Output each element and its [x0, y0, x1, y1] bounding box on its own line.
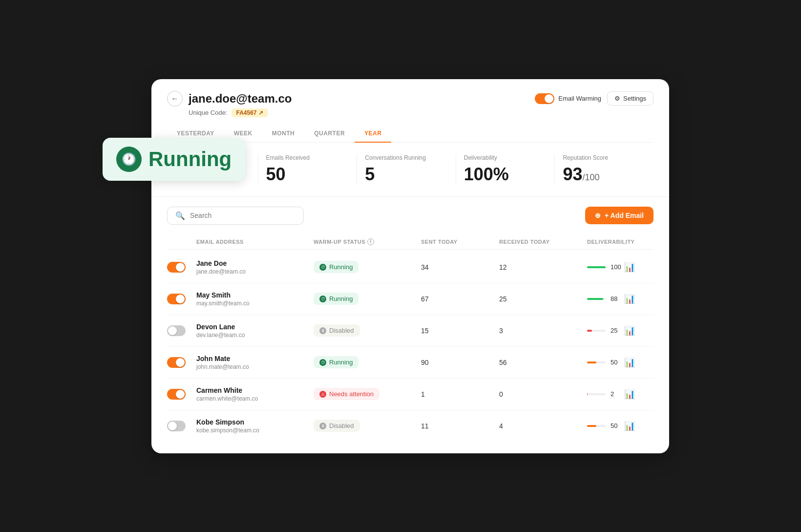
header-top: ← jane.doe@team.co Email Warming ⚙ Setti… [167, 91, 653, 106]
clock-icon: 🕐 [116, 147, 142, 172]
stat-value: 100% [464, 164, 547, 185]
status-badge-inner: ⏱ Running [314, 293, 358, 305]
stat-label: Deliverability [464, 154, 547, 161]
chart-icon[interactable]: 📊 [624, 294, 653, 304]
row-toggle[interactable] [167, 262, 186, 273]
status-badge: ⏱ Running [314, 261, 421, 273]
gear-icon: ⚙ [614, 95, 620, 102]
add-email-button[interactable]: ⊕ + Add Email [585, 207, 653, 224]
table-container: EMAIL ADDRESSWARM-UP STATUSiSENT TODAYRE… [151, 234, 669, 453]
deliverability-cell: 88 [587, 295, 624, 302]
stat-item: Deliverability 100% [456, 154, 555, 185]
chart-icon[interactable]: 📊 [624, 325, 653, 336]
settings-label: Settings [623, 95, 646, 102]
contact-name: John Mate [196, 355, 314, 362]
search-box[interactable]: 🔍 [167, 207, 304, 225]
contact-email: kobe.simpson@team.co [196, 427, 314, 434]
status-dot: ⏸ [319, 423, 326, 429]
progress-bar-bg [587, 266, 606, 268]
stat-item: Conversations Running 5 [357, 154, 456, 185]
row-toggle[interactable] [167, 389, 186, 400]
email-info: Carmen White carmen.white@team.co [196, 386, 314, 402]
status-badge: ⏸ Disabled [314, 420, 421, 432]
period-tab-year[interactable]: YEAR [355, 125, 391, 143]
table-header-email: EMAIL ADDRESS [196, 238, 314, 245]
status-badge-inner: ⚠ Needs attention [314, 388, 379, 400]
progress-bar-bg [587, 298, 606, 300]
settings-button[interactable]: ⚙ Settings [607, 91, 653, 106]
sent-today: 34 [421, 263, 499, 271]
received-today: 3 [499, 327, 587, 335]
chart-icon[interactable]: 📊 [624, 421, 653, 431]
row-toggle[interactable] [167, 421, 186, 431]
status-badge: ⏸ Disabled [314, 324, 421, 337]
period-tab-quarter[interactable]: QUARTER [304, 125, 355, 143]
header: ← jane.doe@team.co Email Warming ⚙ Setti… [151, 79, 669, 117]
progress-value: 100 [611, 263, 624, 271]
chart-icon[interactable]: 📊 [624, 262, 653, 273]
email-warming-label: Email Warming [558, 95, 601, 102]
sent-today: 1 [421, 390, 499, 398]
progress-bar-fill [587, 330, 592, 332]
search-icon: 🔍 [175, 211, 185, 220]
toolbar: 🔍 ⊕ + Add Email [151, 197, 669, 234]
status-dot: ⏱ [319, 296, 326, 302]
progress-bar-bg [587, 330, 606, 332]
table-header: EMAIL ADDRESSWARM-UP STATUSiSENT TODAYRE… [167, 234, 653, 250]
email-info: John Mate john.mate@team.co [196, 355, 314, 370]
back-button[interactable]: ← [167, 91, 183, 106]
progress-value: 25 [611, 327, 624, 334]
progress-bar-fill [587, 362, 596, 363]
received-today: 56 [499, 359, 587, 366]
progress-value: 50 [611, 359, 624, 366]
row-toggle[interactable] [167, 294, 186, 304]
received-today: 0 [499, 390, 587, 398]
contact-email: carmen.white@team.co [196, 395, 314, 402]
email-info: May Smith may.smith@team.co [196, 291, 314, 307]
contact-name: Kobe Simpson [196, 418, 314, 426]
table-body: Jane Doe jane.doe@team.co ⏱ Running 3412… [167, 252, 653, 442]
period-tab-month[interactable]: MONTH [262, 125, 305, 143]
header-right: Email Warming ⚙ Settings [535, 91, 653, 106]
stat-item: Emails Received 50 [258, 154, 358, 185]
contact-email: may.smith@team.co [196, 300, 314, 307]
chart-icon[interactable]: 📊 [624, 389, 653, 400]
stat-sub: /100 [582, 172, 599, 182]
unique-code-row: Unique Code: FA4567 ↗ [189, 108, 653, 117]
table-row: John Mate john.mate@team.co ⏱ Running 90… [167, 347, 653, 379]
search-input[interactable] [190, 212, 295, 219]
status-badge-inner: ⏱ Running [314, 356, 358, 368]
email-info: Devon Lane dev.lane@team.co [196, 323, 314, 339]
deliverability-cell: 50 [587, 422, 624, 429]
sent-today: 15 [421, 327, 499, 335]
received-today: 4 [499, 422, 587, 430]
contact-name: Jane Doe [196, 259, 314, 267]
progress-bar-bg [587, 393, 606, 395]
progress-bar-bg [587, 362, 606, 363]
page-title: jane.doe@team.co [189, 92, 292, 106]
deliverability-cell: 25 [587, 327, 624, 334]
status-dot: ⏸ [319, 327, 326, 334]
received-today: 12 [499, 263, 587, 271]
status-badge: ⏱ Running [314, 356, 421, 368]
status-badge-inner: ⏱ Running [314, 261, 358, 273]
main-card: ← jane.doe@team.co Email Warming ⚙ Setti… [151, 79, 669, 453]
contact-email: jane.doe@team.co [196, 268, 314, 275]
header-left: ← jane.doe@team.co [167, 91, 292, 106]
status-badge-inner: ⏸ Disabled [314, 420, 360, 432]
plus-icon: ⊕ [595, 212, 601, 219]
progress-bar-bg [587, 425, 606, 427]
deliverability-cell: 2 [587, 390, 624, 398]
row-toggle[interactable] [167, 325, 186, 336]
stat-value: 50 [266, 164, 349, 185]
status-dot: ⏱ [319, 359, 326, 366]
row-toggle[interactable] [167, 357, 186, 368]
main-container: 🕐 Running ← jane.doe@team.co Email Warmi… [132, 79, 669, 453]
chart-icon[interactable]: 📊 [624, 357, 653, 368]
progress-value: 2 [611, 390, 624, 398]
running-badge: 🕐 Running [103, 138, 245, 181]
running-badge-text: Running [148, 148, 232, 171]
unique-code-badge[interactable]: FA4567 ↗ [232, 108, 268, 117]
email-warming-toggle[interactable] [535, 93, 554, 104]
table-header-deliverability: DELIVERABILITY [587, 238, 634, 245]
